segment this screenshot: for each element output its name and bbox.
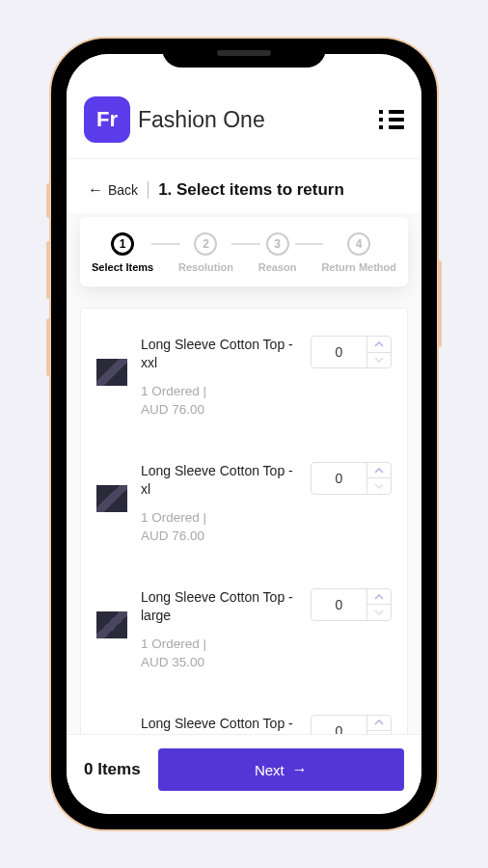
- next-button[interactable]: Next →: [158, 748, 404, 791]
- item-name: Long Sleeve Cotton Top - large: [141, 588, 297, 625]
- quantity-up-button[interactable]: [367, 337, 391, 353]
- list-item: Long Sleeve Cotton Top - xl 1 Ordered | …: [96, 441, 392, 567]
- step-label: Resolution: [178, 261, 233, 273]
- item-name: Long Sleeve Cotton Top - xxl: [141, 336, 297, 372]
- step-number: 1: [111, 232, 134, 256]
- item-meta: 1 Ordered | AUD 35.00: [141, 635, 297, 672]
- step-label: Select Items: [92, 261, 153, 273]
- step-label: Reason: [258, 261, 297, 273]
- item-ordered: 1 Ordered |: [141, 510, 206, 525]
- items-card: Long Sleeve Cotton Top - xxl 1 Ordered |…: [80, 308, 408, 734]
- step-select-items[interactable]: 1 Select Items: [92, 232, 153, 273]
- step-number: 3: [266, 232, 289, 256]
- phone-notch: [162, 39, 326, 68]
- product-thumbnail: [96, 359, 127, 386]
- quantity-value: 0: [312, 337, 367, 367]
- stepper: 1 Select Items 2 Resolution 3 Reason 4 R…: [80, 217, 408, 286]
- item-info: Long Sleeve Cotton Top -: [141, 715, 297, 733]
- chevron-down-icon: [374, 357, 384, 363]
- page-title: 1. Select items to return: [158, 180, 344, 200]
- item-meta: 1 Ordered | AUD 76.00: [141, 508, 297, 546]
- quantity-down-button[interactable]: [367, 478, 391, 494]
- quantity-stepper[interactable]: 0: [311, 715, 392, 734]
- item-info: Long Sleeve Cotton Top - xl 1 Ordered | …: [141, 462, 297, 546]
- item-ordered: 1 Ordered |: [141, 637, 206, 651]
- quantity-stepper[interactable]: 0: [311, 588, 392, 621]
- side-button: [46, 241, 51, 299]
- step-resolution[interactable]: 2 Resolution: [178, 232, 233, 273]
- selected-count: 0 Items: [84, 760, 141, 779]
- step-return-method[interactable]: 4 Return Method: [321, 232, 396, 273]
- phone-frame: Fr Fashion One ← Back 1. Select items to…: [51, 39, 437, 829]
- step-number: 2: [194, 232, 217, 256]
- quantity-value: 0: [312, 589, 367, 620]
- item-name: Long Sleeve Cotton Top -: [141, 715, 297, 733]
- chevron-up-icon: [374, 468, 384, 474]
- back-button[interactable]: ← Back: [88, 182, 138, 198]
- brand-name: Fashion One: [138, 107, 379, 133]
- item-price: AUD 35.00: [141, 655, 204, 669]
- title-row: ← Back 1. Select items to return: [67, 159, 421, 213]
- quantity-down-button[interactable]: [367, 605, 391, 620]
- item-price: AUD 76.00: [141, 529, 204, 543]
- divider: [148, 181, 149, 199]
- item-info: Long Sleeve Cotton Top - large 1 Ordered…: [141, 588, 297, 672]
- app-header: Fr Fashion One: [67, 54, 421, 159]
- item-price: AUD 76.00: [141, 402, 204, 417]
- quantity-stepper[interactable]: 0: [311, 462, 392, 495]
- next-label: Next: [255, 762, 285, 778]
- step-label: Return Method: [321, 261, 396, 273]
- back-arrow-icon: ←: [88, 182, 103, 198]
- quantity-stepper[interactable]: 0: [311, 336, 392, 368]
- list-item: Long Sleeve Cotton Top - xxl 1 Ordered |…: [96, 314, 392, 441]
- quantity-down-button[interactable]: [367, 353, 391, 368]
- chevron-down-icon: [374, 610, 384, 615]
- step-connector: [295, 243, 324, 245]
- quantity-up-button[interactable]: [367, 716, 391, 732]
- arrow-right-icon: →: [292, 761, 308, 778]
- quantity-up-button[interactable]: [367, 589, 391, 606]
- step-reason[interactable]: 3 Reason: [258, 232, 297, 273]
- list-item: Long Sleeve Cotton Top - 0: [96, 693, 392, 734]
- product-thumbnail: [96, 485, 127, 512]
- step-connector: [151, 243, 180, 245]
- footer-bar: 0 Items Next →: [67, 734, 421, 814]
- chevron-up-icon: [374, 594, 384, 600]
- step-connector: [231, 243, 260, 245]
- product-thumbnail: [96, 611, 127, 638]
- quantity-up-button[interactable]: [367, 463, 391, 479]
- quantity-value: 0: [312, 463, 367, 494]
- side-button: [437, 260, 442, 347]
- menu-icon[interactable]: [379, 110, 404, 129]
- list-item: Long Sleeve Cotton Top - large 1 Ordered…: [96, 567, 392, 693]
- quantity-value: 0: [312, 716, 367, 734]
- chevron-down-icon: [374, 483, 384, 489]
- item-meta: 1 Ordered | AUD 76.00: [141, 382, 297, 420]
- step-number: 4: [347, 232, 370, 256]
- item-name: Long Sleeve Cotton Top - xl: [141, 462, 297, 499]
- item-info: Long Sleeve Cotton Top - xxl 1 Ordered |…: [141, 336, 297, 420]
- back-label: Back: [108, 182, 138, 198]
- item-ordered: 1 Ordered |: [141, 384, 206, 398]
- speaker-grille: [217, 50, 271, 56]
- app-logo: Fr: [84, 96, 130, 143]
- side-button: [46, 318, 51, 376]
- scroll-area[interactable]: 1 Select Items 2 Resolution 3 Reason 4 R…: [67, 213, 421, 734]
- chevron-up-icon: [374, 341, 384, 347]
- screen: Fr Fashion One ← Back 1. Select items to…: [67, 54, 421, 814]
- chevron-up-icon: [374, 719, 384, 725]
- side-button: [46, 183, 51, 218]
